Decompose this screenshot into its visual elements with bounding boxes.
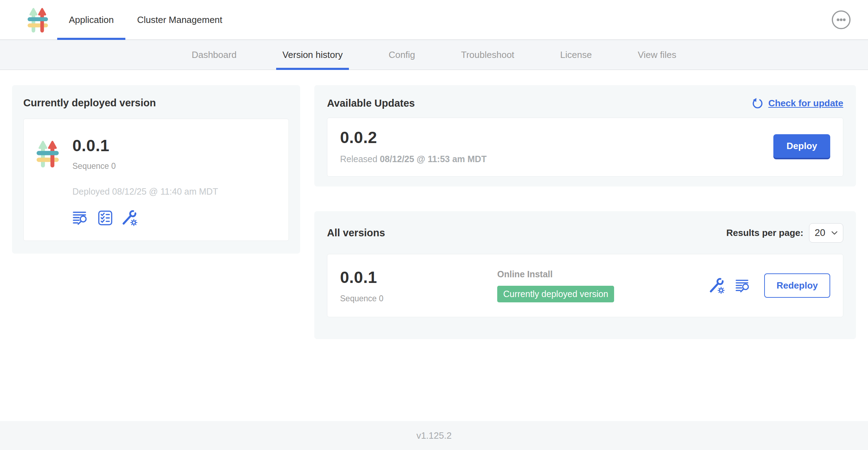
tab-view-files-label: View files bbox=[638, 49, 676, 60]
row-version-sequence: Sequence 0 bbox=[340, 294, 497, 303]
top-nav: Application Cluster Management bbox=[57, 0, 234, 40]
version-row: 0.0.1 Sequence 0 Online Install Currentl… bbox=[327, 254, 843, 317]
tab-config[interactable]: Config bbox=[382, 40, 421, 70]
available-update-row: 0.0.2 Released 08/12/25 @ 11:53 am MDT D… bbox=[327, 118, 843, 177]
app-header: Application Cluster Management bbox=[0, 0, 868, 40]
row-version-info: 0.0.1 Sequence 0 bbox=[340, 268, 497, 303]
tab-application[interactable]: Application bbox=[57, 0, 125, 40]
results-per-page-select[interactable]: 20 bbox=[809, 223, 843, 243]
ellipsis-icon bbox=[831, 10, 851, 30]
version-history-page: Currently deployed version 0.0.1 Sequenc… bbox=[0, 70, 868, 421]
check-for-update-link[interactable]: Check for update bbox=[751, 97, 843, 109]
tab-cluster-management[interactable]: Cluster Management bbox=[125, 0, 234, 40]
current-version-actions bbox=[72, 209, 218, 226]
active-subtab-underline bbox=[276, 68, 349, 70]
results-per-page: Results per page: 20 bbox=[726, 223, 843, 243]
currently-deployed-card: 0.0.1 Sequence 0 Deployed 08/12/25 @ 11:… bbox=[23, 119, 289, 241]
tab-view-files[interactable]: View files bbox=[631, 40, 683, 70]
overflow-menu-button[interactable] bbox=[831, 10, 851, 30]
console-version: v1.125.2 bbox=[416, 430, 452, 441]
update-version-info: 0.0.2 Released 08/12/25 @ 11:53 am MDT bbox=[340, 128, 487, 164]
all-versions-panel: All versions Results per page: 20 0.0.1 … bbox=[314, 211, 856, 339]
released-value: 08/12/25 @ 11:53 am MDT bbox=[380, 154, 487, 164]
released-label: Released bbox=[340, 154, 377, 164]
tab-dashboard-label: Dashboard bbox=[192, 49, 237, 60]
current-version-number: 0.0.1 bbox=[72, 136, 218, 155]
all-versions-header: All versions Results per page: 20 bbox=[327, 223, 843, 243]
update-released-timestamp: Released 08/12/25 @ 11:53 am MDT bbox=[340, 154, 487, 164]
all-versions-title: All versions bbox=[327, 227, 385, 239]
tab-cluster-management-label: Cluster Management bbox=[137, 14, 222, 25]
edit-config-icon[interactable] bbox=[121, 209, 138, 226]
active-tab-underline bbox=[57, 38, 125, 40]
row-actions: Redeploy bbox=[708, 273, 830, 298]
app-logo-icon bbox=[25, 7, 50, 33]
redeploy-button[interactable]: Redeploy bbox=[764, 273, 830, 298]
tab-license-label: License bbox=[560, 49, 592, 60]
currently-deployed-title: Currently deployed version bbox=[23, 97, 289, 109]
currently-deployed-badge: Currently deployed version bbox=[497, 286, 614, 302]
current-version-info: 0.0.1 Sequence 0 Deployed 08/12/25 @ 11:… bbox=[72, 131, 218, 226]
app-logo-icon bbox=[34, 137, 61, 170]
check-for-update-label: Check for update bbox=[768, 98, 843, 109]
preflight-checks-icon[interactable] bbox=[97, 210, 113, 226]
chevron-down-icon bbox=[831, 231, 838, 235]
current-version-sequence: Sequence 0 bbox=[72, 161, 218, 171]
app-subnav: Dashboard Version history Config Trouble… bbox=[0, 40, 868, 70]
tab-config-label: Config bbox=[388, 49, 415, 60]
results-per-page-label: Results per page: bbox=[726, 227, 803, 238]
view-logs-icon[interactable] bbox=[735, 278, 751, 294]
tab-version-history[interactable]: Version history bbox=[276, 40, 349, 70]
currently-deployed-panel: Currently deployed version 0.0.1 Sequenc… bbox=[12, 85, 300, 254]
results-per-page-value: 20 bbox=[815, 227, 825, 238]
tab-troubleshoot[interactable]: Troubleshoot bbox=[455, 40, 521, 70]
tab-license[interactable]: License bbox=[554, 40, 598, 70]
install-type-label: Online Install bbox=[497, 269, 708, 279]
tab-version-history-label: Version history bbox=[283, 49, 343, 60]
tab-application-label: Application bbox=[69, 14, 114, 25]
view-logs-icon[interactable] bbox=[72, 209, 89, 226]
available-updates-panel: Available Updates Check for update 0.0.2… bbox=[314, 85, 856, 186]
refresh-icon bbox=[751, 97, 763, 109]
row-install-info: Online Install Currently deployed versio… bbox=[497, 269, 708, 302]
tab-dashboard[interactable]: Dashboard bbox=[185, 40, 243, 70]
edit-config-icon[interactable] bbox=[708, 277, 725, 294]
current-version-deployed-timestamp: Deployed 08/12/25 @ 11:40 am MDT bbox=[72, 186, 218, 197]
available-updates-header: Available Updates Check for update bbox=[327, 97, 843, 109]
deploy-button[interactable]: Deploy bbox=[773, 134, 830, 158]
update-version-number: 0.0.2 bbox=[340, 128, 487, 147]
right-column: Available Updates Check for update 0.0.2… bbox=[314, 85, 856, 339]
tab-troubleshoot-label: Troubleshoot bbox=[461, 49, 515, 60]
app-footer: v1.125.2 bbox=[0, 421, 868, 450]
row-version-number: 0.0.1 bbox=[340, 268, 497, 287]
available-updates-title: Available Updates bbox=[327, 97, 415, 109]
